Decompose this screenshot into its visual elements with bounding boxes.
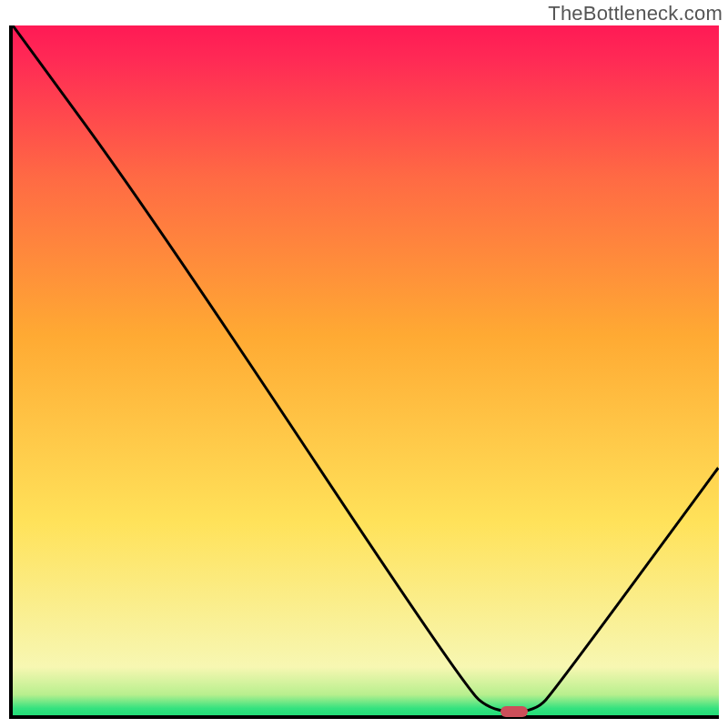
- plot-frame: [9, 25, 719, 719]
- watermark-text: TheBottleneck.com: [548, 2, 723, 25]
- chart-curve: [13, 25, 719, 715]
- optimum-marker: [500, 706, 528, 717]
- curve-path: [13, 25, 719, 712]
